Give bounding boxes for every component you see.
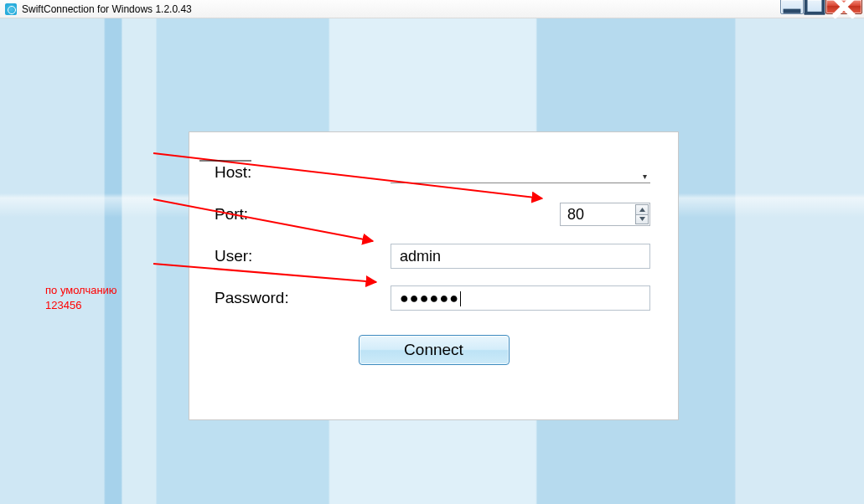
user-row: User: admin [215,243,653,270]
client-area: Host: ▾ Port: 80 [0,18,864,504]
port-label: Port: [215,205,391,224]
connect-label: Connect [404,341,463,359]
chevron-down-icon[interactable]: ▾ [643,172,647,181]
user-value: admin [400,248,441,265]
port-spinner [635,204,649,224]
window-controls [780,0,862,14]
connect-button[interactable]: Connect [359,335,510,365]
user-input[interactable]: admin [391,244,650,269]
connect-wrap: Connect [215,335,653,365]
window-title: SwiftConnection for Windows 1.2.0.43 [22,3,192,15]
svg-rect-0 [784,9,801,13]
app-icon [5,3,17,15]
password-input[interactable]: ●●●●●● [391,285,650,311]
password-row: Password: ●●●●●● [215,285,653,311]
password-value: ●●●●●● [400,290,459,307]
port-input[interactable]: 80 [560,203,650,226]
port-value: 80 [567,206,584,224]
annotation-line1: по умолчанию [45,283,117,298]
close-button[interactable] [825,0,862,14]
maximize-button[interactable] [803,0,826,14]
host-input[interactable]: ▾ [391,162,650,183]
minimize-button[interactable] [780,0,804,14]
user-label: User: [215,247,391,265]
login-panel: Host: ▾ Port: 80 [189,131,679,420]
annotation-text: по умолчанию 123456 [45,283,117,312]
password-label: Password: [215,289,391,307]
port-wrap: 80 [391,203,650,226]
host-row: Host: ▾ [215,159,653,186]
host-label: Host: [215,163,391,182]
titlebar: SwiftConnection for Windows 1.2.0.43 [0,0,864,18]
port-row: Port: 80 [215,201,653,228]
svg-rect-1 [806,0,824,13]
annotation-line2: 123456 [45,298,117,313]
spinner-down-button[interactable] [635,214,649,225]
